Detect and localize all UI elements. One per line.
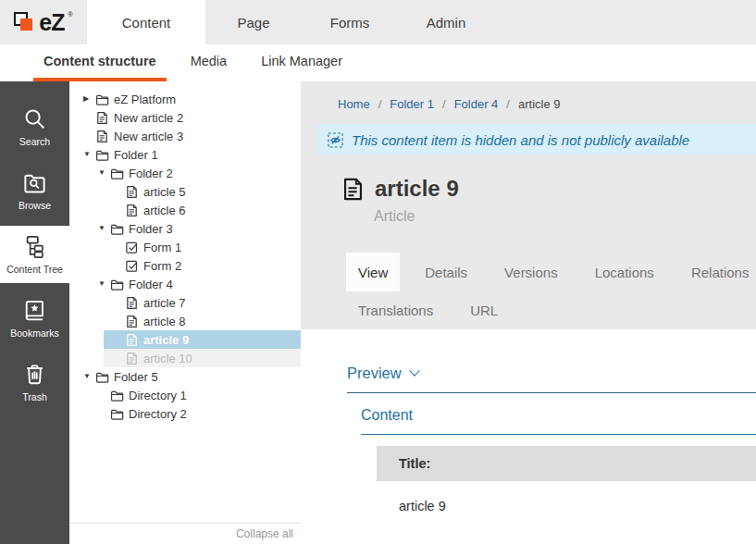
main-nav-tab-forms[interactable]: Forms bbox=[302, 0, 398, 44]
tree-item[interactable]: Form 2 bbox=[113, 256, 301, 275]
tree-item[interactable]: ▼ Folder 5 bbox=[83, 367, 301, 386]
preview-section-toggle[interactable]: Preview bbox=[347, 363, 756, 393]
sidebar-item-label: Search bbox=[19, 136, 50, 147]
breadcrumb-link-folder-1[interactable]: Folder 1 bbox=[390, 97, 434, 111]
tab-label: Locations bbox=[595, 265, 654, 280]
triangle-down-icon[interactable]: ▼ bbox=[83, 367, 95, 386]
field-label: Title: bbox=[399, 456, 430, 471]
main-nav-tab-label: Content bbox=[122, 15, 171, 31]
ez-logo[interactable]: eZ ® bbox=[0, 0, 87, 44]
sidebar-item-search[interactable]: Search bbox=[0, 98, 69, 155]
sidebar-item-label: Browse bbox=[19, 200, 51, 211]
tree-item-label: Folder 5 bbox=[114, 370, 158, 384]
folder-icon bbox=[110, 407, 124, 421]
tree-item-label: article 6 bbox=[143, 204, 186, 217]
content-tree: ▶ eZ Platform New article 2 New article … bbox=[69, 81, 301, 423]
tab-label: View bbox=[358, 265, 388, 280]
main-nav-tab-page[interactable]: Page bbox=[205, 0, 302, 44]
triangle-down-icon[interactable]: ▼ bbox=[98, 275, 110, 293]
section-tab-content-structure[interactable]: Content structure bbox=[33, 44, 167, 81]
ez-logo-text: eZ bbox=[39, 12, 64, 33]
breadcrumb-separator: / bbox=[442, 97, 446, 111]
triangle-right-icon[interactable]: ▶ bbox=[83, 90, 95, 108]
folder-icon bbox=[95, 93, 109, 106]
folder-icon bbox=[95, 370, 109, 384]
tree-item-label: Folder 3 bbox=[129, 222, 173, 236]
main-nav-tab-content[interactable]: Content bbox=[87, 0, 205, 44]
tab-view[interactable]: View bbox=[346, 253, 400, 291]
breadcrumb-separator: / bbox=[506, 97, 510, 111]
tree-item-label: eZ Platform bbox=[114, 93, 176, 106]
content-tabs: View Details Versions Locations Relation… bbox=[346, 253, 756, 329]
triangle-down-icon[interactable]: ▼ bbox=[98, 219, 110, 238]
tree-item[interactable]: ▼ Folder 1 bbox=[83, 145, 301, 164]
tree-item[interactable]: New article 3 bbox=[83, 127, 301, 145]
tree-item[interactable]: article 8 bbox=[113, 312, 301, 330]
tree-item-hidden[interactable]: article 10 bbox=[104, 349, 301, 367]
tree-item-label: Directory 1 bbox=[129, 389, 187, 402]
sidebar-item-browse[interactable]: Browse bbox=[0, 162, 69, 219]
tree-item[interactable]: article 7 bbox=[113, 293, 301, 312]
tree-item[interactable]: Directory 1 bbox=[98, 386, 301, 404]
chevron-down-icon bbox=[409, 365, 419, 376]
tab-versions[interactable]: Versions bbox=[492, 253, 570, 291]
tree-item-selected[interactable]: article 9 bbox=[104, 330, 301, 349]
article-icon bbox=[95, 130, 109, 143]
tree-item[interactable]: article 6 bbox=[113, 201, 301, 219]
tab-relations[interactable]: Relations bbox=[679, 253, 756, 291]
collapse-all-button[interactable]: Collapse all bbox=[236, 527, 293, 540]
tab-url[interactable]: URL bbox=[458, 291, 510, 329]
top-bar: eZ ® Content Page Forms Admin bbox=[0, 0, 756, 44]
tree-item[interactable]: article 5 bbox=[113, 182, 301, 201]
section-tab-label: Content structure bbox=[43, 54, 156, 68]
content-section-heading: Content bbox=[361, 405, 756, 435]
tree-item-label: article 7 bbox=[143, 296, 186, 310]
section-tab-media[interactable]: Media bbox=[180, 44, 238, 81]
field-value: article 9 bbox=[399, 499, 446, 513]
tree-item[interactable]: New article 2 bbox=[83, 108, 301, 127]
tree-item[interactable]: ▶ eZ Platform bbox=[83, 90, 301, 108]
tab-label: Translations bbox=[358, 303, 433, 318]
tree-item[interactable]: ▼ Folder 4 bbox=[98, 275, 301, 293]
view-tab-body: Preview Content Title: article 9 bbox=[301, 363, 756, 532]
tree-item[interactable]: Directory 2 bbox=[98, 404, 301, 423]
form-icon bbox=[125, 241, 139, 254]
folder-icon bbox=[110, 278, 124, 291]
triangle-down-icon[interactable]: ▼ bbox=[83, 145, 95, 164]
folder-icon bbox=[95, 148, 109, 162]
tree-item-label: article 9 bbox=[143, 333, 189, 347]
left-sidebar: Search Browse Content Tree Bookmarks Tra… bbox=[0, 81, 69, 544]
tab-locations[interactable]: Locations bbox=[583, 253, 666, 291]
sidebar-item-trash[interactable]: Trash bbox=[0, 353, 69, 411]
sidebar-item-content-tree[interactable]: Content Tree bbox=[0, 226, 69, 283]
main-nav-tab-label: Admin bbox=[427, 15, 466, 31]
tree-item[interactable]: ▼ Folder 3 bbox=[98, 219, 301, 238]
tree-item-label: Folder 1 bbox=[114, 148, 158, 162]
tree-item-label: Form 2 bbox=[143, 259, 181, 273]
tree-item-label: Folder 2 bbox=[129, 167, 173, 180]
folder-icon bbox=[110, 167, 124, 180]
content-type-label: Article bbox=[374, 206, 756, 227]
tab-label: Relations bbox=[691, 265, 750, 280]
tab-translations[interactable]: Translations bbox=[346, 291, 445, 329]
tree-item-label: article 10 bbox=[143, 352, 192, 365]
tree-item[interactable]: Form 1 bbox=[113, 238, 301, 256]
folder-icon bbox=[110, 389, 124, 402]
field-value-row: article 9 bbox=[377, 481, 756, 532]
field-header-row: Title: bbox=[377, 446, 756, 481]
section-tab-label: Media bbox=[191, 54, 228, 68]
breadcrumb: Home / Folder 1 / Folder 4 / article 9 bbox=[338, 95, 756, 112]
section-tab-link-manager[interactable]: Link Manager bbox=[251, 44, 353, 81]
tab-details[interactable]: Details bbox=[413, 253, 479, 291]
breadcrumb-link-folder-4[interactable]: Folder 4 bbox=[454, 97, 499, 111]
main-nav-tab-admin[interactable]: Admin bbox=[398, 0, 494, 44]
tree-item[interactable]: ▼ Folder 2 bbox=[98, 164, 301, 182]
breadcrumb-link-home[interactable]: Home bbox=[338, 97, 370, 111]
sidebar-item-label: Content Tree bbox=[6, 264, 63, 275]
tree-item-label: article 8 bbox=[143, 315, 186, 328]
bookmarks-icon bbox=[22, 298, 47, 323]
content-tree-panel: ▶ eZ Platform New article 2 New article … bbox=[69, 81, 301, 544]
tree-item-label: Directory 2 bbox=[129, 407, 187, 421]
triangle-down-icon[interactable]: ▼ bbox=[98, 164, 110, 182]
sidebar-item-bookmarks[interactable]: Bookmarks bbox=[0, 290, 69, 347]
